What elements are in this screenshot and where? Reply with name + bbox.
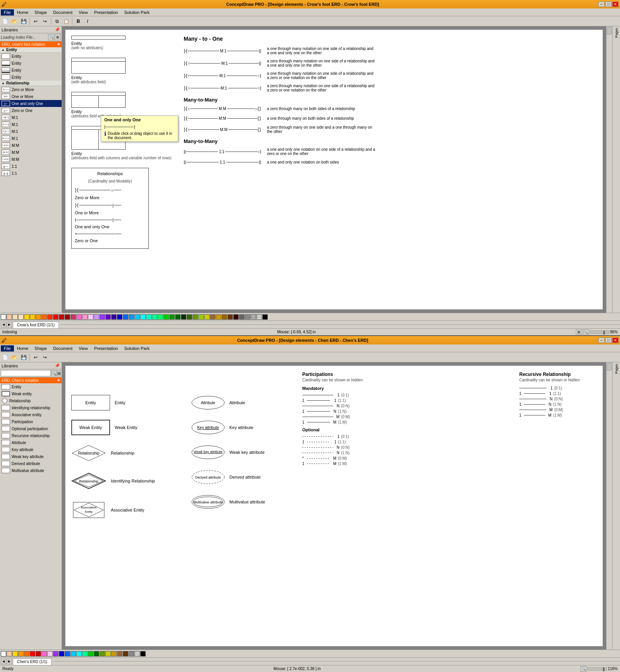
swatch-13[interactable] [76, 314, 82, 320]
menu-document-2[interactable]: Document [50, 345, 76, 352]
minimize-btn-1[interactable]: ─ [598, 2, 604, 7]
swatch-20[interactable] [117, 314, 122, 320]
menu-file-2[interactable]: File [1, 345, 14, 352]
minimize-btn-2[interactable]: ─ [598, 338, 604, 343]
bold-icon[interactable]: B [74, 17, 83, 26]
sidebar-chen-multivalue[interactable]: Multivalue attribute [0, 467, 62, 474]
copy-icon[interactable]: ⧉ [53, 17, 61, 26]
swatch-22[interactable] [129, 314, 134, 320]
swatch-white[interactable] [1, 314, 6, 320]
sidebar-pin[interactable]: 📌 [55, 27, 60, 32]
undo-icon[interactable]: ↩ [31, 17, 40, 26]
swatch-40[interactable] [233, 314, 239, 320]
close-btn-2[interactable]: ✕ [612, 338, 618, 343]
swatch2-7[interactable] [41, 651, 47, 656]
sidebar-chen-id-rel[interactable]: Identifying relationship [0, 404, 62, 411]
sidebar-chen-key-attr[interactable]: Key attribute [0, 446, 62, 453]
swatch2-4[interactable] [24, 651, 29, 656]
zoom-slider-2[interactable] [587, 667, 607, 670]
menu-view-1[interactable]: View [76, 9, 91, 16]
swatch-41[interactable] [239, 314, 245, 320]
grid-btn[interactable]: ⊞ [55, 34, 61, 40]
swatch2-23[interactable] [134, 651, 140, 656]
swatch2-16[interactable] [94, 651, 99, 656]
sidebar-chen-attribute[interactable]: Attribute [0, 439, 62, 446]
swatch2-22[interactable] [129, 651, 134, 656]
swatch-36[interactable] [210, 314, 215, 320]
swatch-8[interactable] [47, 314, 53, 320]
swatch2-12[interactable] [71, 651, 76, 656]
swatch-12[interactable] [71, 314, 76, 320]
open-icon[interactable]: 📂 [10, 17, 19, 26]
menu-file-1[interactable]: File [1, 9, 14, 16]
swatch-23[interactable] [134, 314, 140, 320]
menu-home-2[interactable]: Home [14, 345, 31, 352]
sidebar-pin-2[interactable]: 📌 [55, 363, 60, 368]
swatch2-3[interactable] [18, 651, 24, 656]
library-close-2[interactable]: ✕ [57, 378, 60, 383]
swatch2-17[interactable] [100, 651, 105, 656]
swatch-2[interactable] [12, 314, 18, 320]
swatch-7[interactable] [41, 314, 47, 320]
swatch-38[interactable] [222, 314, 227, 320]
menu-shape-2[interactable]: Shape [31, 345, 50, 352]
sidebar-item-m1-1[interactable]: ≻|─| M:1 [0, 114, 62, 121]
canvas-1[interactable]: Entity (with no attributes) [62, 26, 606, 313]
page-tab-1[interactable]: Crow's foot ERD (1/1) [13, 322, 59, 328]
undo-icon-2[interactable]: ↩ [31, 353, 40, 362]
swatch2-11[interactable] [65, 651, 70, 656]
menu-shape-1[interactable]: Shape [31, 9, 50, 16]
title-controls-2[interactable]: ─ □ ✕ [598, 338, 618, 343]
sidebar-item-entity1[interactable]: Entity [0, 53, 62, 60]
swatch-19[interactable] [111, 314, 117, 320]
swatch2-5[interactable] [30, 651, 35, 656]
swatch-37[interactable] [216, 314, 221, 320]
search-btn-2[interactable]: 🔍 [51, 370, 57, 376]
swatch-42[interactable] [245, 314, 250, 320]
open-icon-2[interactable]: 📂 [10, 353, 19, 362]
close-btn-1[interactable]: ✕ [612, 2, 618, 7]
swatch-black[interactable] [262, 314, 268, 320]
menu-solutionpark-2[interactable]: Solution Park [121, 345, 152, 352]
sidebar-item-one-only[interactable]: ||─ One and only One [0, 100, 62, 107]
save-icon[interactable]: 💾 [19, 17, 28, 26]
swatch2-9[interactable] [53, 651, 59, 656]
swatch2-6[interactable] [36, 651, 41, 656]
swatch-27[interactable] [158, 314, 163, 320]
sidebar-item-11-1[interactable]: ||─○ 1:1 [0, 163, 62, 170]
swatch-4[interactable] [24, 314, 29, 320]
italic-icon[interactable]: I [83, 17, 92, 26]
sidebar-chen-relationship[interactable]: Relationship [0, 397, 62, 404]
swatch-9[interactable] [53, 314, 59, 320]
page-tab-2[interactable]: Chen's ERD (1/1) [13, 658, 52, 665]
menu-presentation-1[interactable]: Presentation [91, 9, 121, 16]
page-prev-btn-1[interactable]: ◀ [1, 322, 6, 327]
menu-home-1[interactable]: Home [14, 9, 31, 16]
maximize-btn-2[interactable]: □ [605, 338, 611, 343]
canvas-2[interactable]: Entity Entity Weak Entity Weak Entity [62, 362, 606, 650]
zoom-out-1[interactable]: 🔍 [583, 329, 589, 335]
sidebar-item-entity4[interactable]: Entity [0, 74, 62, 81]
swatch-24[interactable] [140, 314, 146, 320]
sidebar-item-zero-one[interactable]: |○─ Zero or One [0, 107, 62, 114]
menu-document-1[interactable]: Document [50, 9, 76, 16]
sidebar-chen-assoc[interactable]: Associative entity [0, 411, 62, 418]
sidebar-chen-weak-entity[interactable]: Weak entity [0, 390, 62, 397]
swatch2-20[interactable] [117, 651, 122, 656]
sidebar-chen-weak-key[interactable]: Weak key attribute [0, 453, 62, 460]
library-close-1[interactable]: ✕ [57, 42, 60, 47]
swatch-14[interactable] [82, 314, 88, 320]
sidebar-chen-opt-part[interactable]: Optional participation [0, 425, 62, 432]
vscroll-2[interactable] [606, 362, 612, 650]
swatch-10[interactable] [59, 314, 64, 320]
sidebar-chen-entity[interactable]: Entity [0, 383, 62, 390]
swatch-11[interactable] [65, 314, 70, 320]
search-btn[interactable]: 🔍 [48, 34, 54, 40]
swatch-17[interactable] [100, 314, 105, 320]
swatch2-21[interactable] [123, 651, 128, 656]
swatch2-18[interactable] [105, 651, 111, 656]
swatch2-15[interactable] [88, 651, 93, 656]
swatch-35[interactable] [204, 314, 210, 320]
grid-btn-2[interactable]: ⊞ [57, 370, 61, 376]
swatch2-2[interactable] [12, 651, 18, 656]
